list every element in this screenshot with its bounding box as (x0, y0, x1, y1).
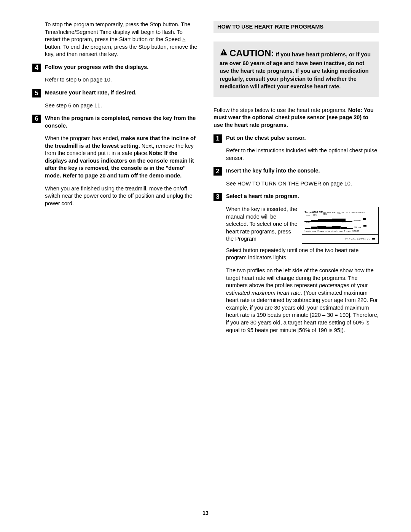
triangle-up-icon: △ (182, 37, 185, 42)
text-fragment: Select button repeatedly until one of th… (226, 247, 358, 261)
step-3: 3 Select a heart rate program. TargetPUL… (213, 193, 379, 334)
svg-text:!: ! (223, 50, 225, 55)
caution-text: ! CAUTION: If you have heart problems, o… (220, 51, 371, 90)
pct-label: 80% (333, 219, 340, 222)
step-number-box: 1 (213, 134, 222, 143)
section-header: HOW TO USE HEART RATE PROGRAMS (213, 21, 379, 33)
instr-num: 3 (344, 230, 345, 232)
instr-text: enter age (306, 230, 316, 232)
step-title: Insert the key fully into the console. (226, 167, 379, 175)
step-body: When you are finished using the treadmil… (45, 185, 198, 208)
step-title: Measure your heart rate, if desired. (45, 89, 198, 97)
profile-row-2: 50% 71% 80% 71% 80% 68% 50% max. (304, 223, 376, 229)
step-2: 2 Insert the key fully into the console.… (213, 167, 379, 187)
step-6: 6 When the program is completed, remove … (32, 115, 198, 207)
pct-label: 71% (326, 220, 332, 223)
pct-label: 65% (312, 214, 318, 216)
text-fragment-italic: estimated maximum heart rate (226, 290, 301, 296)
page-number: 13 (0, 510, 411, 517)
console-diagram: TargetPULSE HEART RATE CONTROL PROGRAMS … (302, 207, 379, 244)
step-title: Follow your progress with the displays. (45, 64, 198, 71)
pct-label: 85% (336, 212, 342, 215)
instr-text: wear pulse chest strap (320, 230, 343, 232)
two-column-layout: To stop the program temporarily, press t… (32, 21, 379, 339)
right-intro-paragraph: Follow the steps below to use the heart … (213, 107, 379, 129)
pct-label: 75% (322, 213, 328, 216)
pct-label: 80% (319, 219, 325, 222)
step-body: Refer to the instructions included with … (226, 147, 379, 162)
instr-text: press START (346, 230, 359, 232)
step-1: 1 Put on the chest pulse sensor. Refer t… (213, 134, 379, 162)
step-number-box: 5 (32, 89, 41, 97)
console-subtitle: HEART RATE CONTROL PROGRAMS (323, 211, 365, 214)
left-column: To stop the program temporarily, press t… (32, 21, 198, 339)
profile-bar (311, 227, 317, 229)
step3-wrap-paragraph: TargetPULSE HEART RATE CONTROL PROGRAMS … (226, 206, 379, 262)
console-instructions: 1 enter age 2 wear pulse chest strap 3 p… (304, 230, 376, 233)
step-4: 4 Follow your progress with the displays… (32, 64, 198, 84)
caution-title: CAUTION: (229, 48, 274, 58)
indicator-led (363, 218, 366, 220)
step-number-box: 2 (213, 167, 222, 176)
indicator-led (372, 238, 375, 240)
text-fragment-italic: percentages (319, 282, 349, 288)
left-intro-paragraph: To stop the program temporarily, press t… (32, 21, 198, 58)
profile-bar (347, 228, 353, 229)
profile-bar (317, 226, 326, 229)
profile-bar (332, 226, 341, 229)
instr-num: 2 (317, 230, 319, 232)
pct-label: 68% (341, 220, 347, 223)
text-fragment: When the key is inserted, the manual mod… (226, 206, 298, 242)
console-top-panel: TargetPULSE HEART RATE CONTROL PROGRAMS … (302, 207, 378, 235)
step-body: Refer to step 5 on page 10. (45, 76, 198, 84)
max-label: 50% max. (354, 220, 361, 222)
text-fragment: . (Your estimated maximum heart rate is … (226, 290, 379, 333)
profile-bar (326, 227, 332, 229)
profile-bar (341, 227, 347, 229)
step-body: See step 6 on page 11. (45, 102, 198, 110)
console-bottom-panel: MANUAL CONTROL (302, 235, 378, 243)
text-fragment: of your (349, 282, 368, 288)
right-column: HOW TO USE HEART RATE PROGRAMS ! CAUTION… (213, 21, 379, 339)
warning-triangle-icon: ! (220, 48, 228, 56)
step-number-box: 4 (32, 64, 41, 72)
max-label: 50% max. (354, 227, 362, 229)
caution-box: ! CAUTION: If you have heart problems, o… (213, 42, 379, 97)
text-fragment: When the program has ended, (45, 135, 121, 141)
manual-page: To stop the program temporarily, press t… (0, 0, 411, 532)
pct-label: 71% (311, 220, 317, 223)
text-fragment: Follow the steps below to use the heart … (213, 107, 348, 113)
step-body: See HOW TO TURN ON THE POWER on page 10. (226, 180, 379, 188)
pct-label: 50% (304, 221, 311, 224)
step-5: 5 Measure your heart rate, if desired. S… (32, 89, 198, 109)
step-number-box: 6 (32, 115, 41, 123)
manual-control-label: MANUAL CONTROL (345, 238, 370, 240)
step-body: When the program has ended, make sure th… (45, 135, 198, 179)
step-body: The two profiles on the left side of the… (226, 267, 379, 334)
step-title: When the program is completed, remove th… (45, 115, 198, 129)
step-title: Put on the chest pulse sensor. (226, 134, 379, 142)
profile-bar (305, 228, 311, 229)
indicator-led (363, 225, 366, 227)
instr-num: 1 (304, 230, 306, 232)
step-number-box: 3 (213, 193, 222, 201)
pct-label: 50% (305, 214, 311, 217)
step-title: Select a heart rate program. (226, 193, 379, 200)
